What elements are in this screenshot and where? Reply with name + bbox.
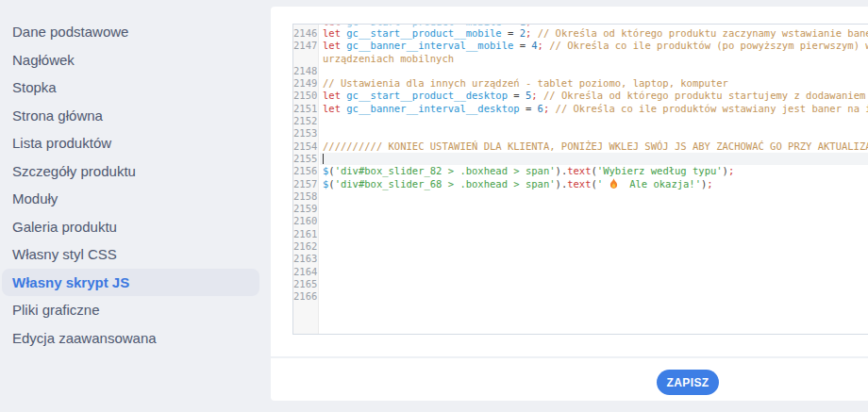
code-text — [319, 203, 323, 215]
line-number — [293, 53, 319, 65]
sidebar-item-moduly[interactable]: Moduły — [2, 185, 259, 213]
line-number: 2156 — [293, 165, 319, 177]
code-line: 2150let gc__start__product__desktop = 5;… — [293, 90, 868, 102]
code-text: // Ustawienia dla innych urządzeń - tabl… — [319, 77, 728, 90]
sidebar-item-szczegoly-produktu[interactable]: Szczegóły produktu — [2, 157, 259, 186]
sidebar-item-galeria-produktu[interactable]: Galeria produktu — [2, 213, 259, 241]
sidebar-item-naglowek[interactable]: Nagłówek — [2, 46, 259, 74]
code-text — [319, 65, 323, 77]
code-area: let gc__start__product__mobile = 1;2146l… — [293, 25, 868, 304]
line-number: 2154 — [293, 140, 319, 153]
line-number: 2165 — [293, 278, 319, 290]
code-text: let gc__start__product__desktop = 5; // … — [319, 90, 868, 102]
code-line: 2146let gc__start__product__mobile = 2; … — [293, 27, 868, 40]
sidebar-item-stopka[interactable]: Stopka — [2, 74, 259, 102]
code-line: 2158 — [293, 190, 868, 203]
content-panel: let gc__start__product__mobile = 1;2146l… — [271, 7, 868, 401]
sidebar-item-lista-produktow[interactable]: Lista produktów — [2, 129, 259, 157]
line-number: 2159 — [293, 203, 319, 215]
line-number: 2161 — [293, 228, 319, 240]
code-text: let gc__start__product__mobile = 2; // O… — [319, 27, 868, 40]
line-number: 2155 — [293, 153, 319, 165]
section-divider — [271, 356, 868, 358]
line-number: 2150 — [293, 90, 319, 102]
line-number: 2146 — [293, 27, 319, 40]
code-line: 2166 — [293, 290, 868, 303]
line-number: 2162 — [293, 240, 319, 253]
line-number: 2163 — [293, 253, 319, 265]
code-text: let gc__banner__interval__mobile = 4; //… — [319, 40, 868, 52]
sidebar-item-wlasny-skrypt-js[interactable]: Własny skrypt JS — [2, 269, 259, 297]
line-number: 2158 — [293, 190, 319, 203]
code-text — [319, 127, 323, 140]
code-text — [319, 153, 324, 165]
js-code-editor[interactable]: let gc__start__product__mobile = 1;2146l… — [292, 24, 868, 335]
code-text — [319, 228, 323, 240]
fire-emoji-icon — [609, 178, 618, 189]
code-line: 2157$('div#box_slider_68 > .boxhead > sp… — [293, 178, 868, 190]
code-text — [319, 190, 323, 203]
code-line: 2155 — [293, 153, 868, 165]
code-line: 2149// Ustawienia dla innych urządzeń - … — [293, 77, 868, 90]
save-button[interactable]: ZAPISZ — [657, 370, 719, 395]
code-line: 2147let gc__banner__interval__mobile = 4… — [293, 40, 868, 52]
code-line: 2163 — [293, 253, 868, 265]
code-line: 2159 — [293, 203, 868, 215]
code-line: 2156$('div#box_slider_82 > .boxhead > sp… — [293, 165, 868, 177]
code-text: ////////// KONIEC USTAWIEŃ DLA KLIENTA, … — [319, 140, 868, 153]
line-number: 2149 — [293, 77, 319, 90]
line-number: 2151 — [293, 103, 319, 115]
code-line: 2153 — [293, 127, 868, 140]
sidebar-item-dane-podstawowe[interactable]: Dane podstawowe — [2, 18, 259, 46]
line-number: 2164 — [293, 266, 319, 278]
code-line: 2161 — [293, 228, 868, 240]
code-text — [319, 253, 323, 265]
sidebar-item-edycja-zaawansowana[interactable]: Edycja zaawansowana — [2, 324, 259, 353]
line-number: 2148 — [293, 65, 319, 77]
sidebar-item-pliki-graficzne[interactable]: Pliki graficzne — [2, 296, 259, 324]
code-text — [319, 278, 323, 290]
sidebar-item-strona-glowna[interactable]: Strona główna — [2, 102, 259, 130]
code-line: 2152 — [293, 115, 868, 127]
code-text: $('div#box_slider_68 > .boxhead > span')… — [319, 178, 713, 190]
active-line-highlight — [320, 153, 868, 165]
code-text: urządzeniach mobilnych — [319, 53, 454, 65]
code-text — [319, 215, 323, 227]
code-text — [319, 290, 323, 303]
code-text — [319, 115, 323, 127]
code-line: 2165 — [293, 278, 868, 290]
code-text: $('div#box_slider_82 > .boxhead > span')… — [319, 165, 734, 177]
line-number: 2157 — [293, 178, 319, 190]
code-line: 2154////////// KONIEC USTAWIEŃ DLA KLIEN… — [293, 140, 868, 153]
code-line: urządzeniach mobilnych — [293, 53, 868, 65]
line-number: 2160 — [293, 215, 319, 227]
sidebar-menu: Dane podstawoweNagłówekStopkaStrona głów… — [0, 18, 271, 352]
line-number: 2153 — [293, 127, 319, 140]
code-line: 2162 — [293, 240, 868, 253]
code-line: 2151let gc__banner__interval__desktop = … — [293, 103, 868, 115]
line-number: 2166 — [293, 290, 319, 303]
code-line: 2164 — [293, 266, 868, 278]
line-number: 2152 — [293, 115, 319, 127]
code-text: let gc__banner__interval__desktop = 6; /… — [319, 103, 868, 115]
text-cursor — [323, 154, 324, 164]
code-line: 2148 — [293, 65, 868, 77]
sidebar-item-wlasny-styl-css[interactable]: Własny styl CSS — [2, 240, 259, 269]
code-text — [319, 240, 323, 253]
code-line: 2160 — [293, 215, 868, 227]
code-text — [319, 266, 323, 278]
settings-sidebar: Dane podstawoweNagłówekStopkaStrona głów… — [0, 0, 271, 412]
line-number: 2147 — [293, 40, 319, 52]
